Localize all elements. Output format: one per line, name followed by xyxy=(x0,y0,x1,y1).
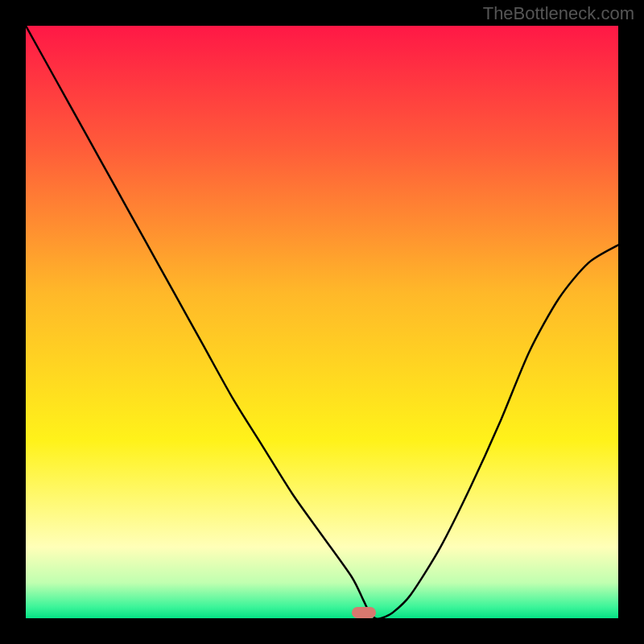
chart-background xyxy=(26,26,618,618)
optimal-marker xyxy=(352,607,376,618)
chart-frame xyxy=(26,26,618,618)
attribution-text: TheBottleneck.com xyxy=(483,3,634,24)
chart-svg xyxy=(26,26,618,618)
